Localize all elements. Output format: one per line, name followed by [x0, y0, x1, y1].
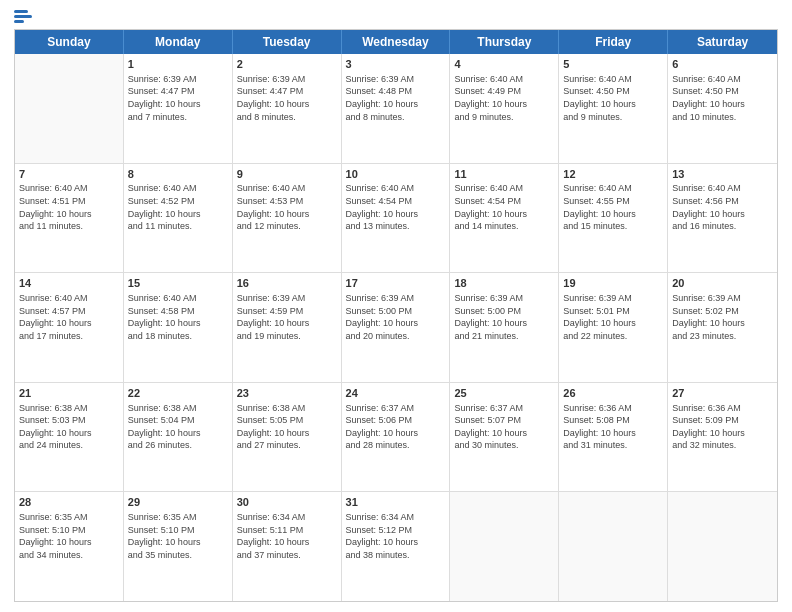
logo-text-block: [14, 10, 32, 23]
day-info: Sunrise: 6:39 AMSunset: 4:47 PMDaylight:…: [128, 73, 228, 123]
day-info: Sunrise: 6:34 AMSunset: 5:11 PMDaylight:…: [237, 511, 337, 561]
calendar-empty-cell: [559, 492, 668, 601]
day-number: 9: [237, 167, 337, 182]
calendar-day-2: 2Sunrise: 6:39 AMSunset: 4:47 PMDaylight…: [233, 54, 342, 163]
day-info: Sunrise: 6:40 AMSunset: 4:57 PMDaylight:…: [19, 292, 119, 342]
calendar-day-19: 19Sunrise: 6:39 AMSunset: 5:01 PMDayligh…: [559, 273, 668, 382]
calendar-day-12: 12Sunrise: 6:40 AMSunset: 4:55 PMDayligh…: [559, 164, 668, 273]
header-day-tuesday: Tuesday: [233, 30, 342, 54]
day-info: Sunrise: 6:34 AMSunset: 5:12 PMDaylight:…: [346, 511, 446, 561]
day-number: 1: [128, 57, 228, 72]
calendar-day-26: 26Sunrise: 6:36 AMSunset: 5:08 PMDayligh…: [559, 383, 668, 492]
day-info: Sunrise: 6:40 AMSunset: 4:58 PMDaylight:…: [128, 292, 228, 342]
calendar-day-1: 1Sunrise: 6:39 AMSunset: 4:47 PMDaylight…: [124, 54, 233, 163]
day-number: 8: [128, 167, 228, 182]
calendar-day-28: 28Sunrise: 6:35 AMSunset: 5:10 PMDayligh…: [15, 492, 124, 601]
day-number: 31: [346, 495, 446, 510]
calendar-body: 1Sunrise: 6:39 AMSunset: 4:47 PMDaylight…: [15, 54, 777, 601]
day-number: 11: [454, 167, 554, 182]
calendar-header-row: SundayMondayTuesdayWednesdayThursdayFrid…: [15, 30, 777, 54]
logo: [14, 10, 32, 23]
day-info: Sunrise: 6:40 AMSunset: 4:56 PMDaylight:…: [672, 182, 773, 232]
day-info: Sunrise: 6:40 AMSunset: 4:54 PMDaylight:…: [454, 182, 554, 232]
calendar-week-3: 14Sunrise: 6:40 AMSunset: 4:57 PMDayligh…: [15, 273, 777, 383]
day-number: 13: [672, 167, 773, 182]
day-info: Sunrise: 6:40 AMSunset: 4:54 PMDaylight:…: [346, 182, 446, 232]
calendar-week-2: 7Sunrise: 6:40 AMSunset: 4:51 PMDaylight…: [15, 164, 777, 274]
day-number: 2: [237, 57, 337, 72]
calendar-day-17: 17Sunrise: 6:39 AMSunset: 5:00 PMDayligh…: [342, 273, 451, 382]
day-number: 29: [128, 495, 228, 510]
calendar-day-22: 22Sunrise: 6:38 AMSunset: 5:04 PMDayligh…: [124, 383, 233, 492]
day-number: 24: [346, 386, 446, 401]
calendar-week-5: 28Sunrise: 6:35 AMSunset: 5:10 PMDayligh…: [15, 492, 777, 601]
calendar-day-7: 7Sunrise: 6:40 AMSunset: 4:51 PMDaylight…: [15, 164, 124, 273]
day-info: Sunrise: 6:40 AMSunset: 4:49 PMDaylight:…: [454, 73, 554, 123]
day-number: 18: [454, 276, 554, 291]
day-number: 16: [237, 276, 337, 291]
header-day-saturday: Saturday: [668, 30, 777, 54]
calendar-day-3: 3Sunrise: 6:39 AMSunset: 4:48 PMDaylight…: [342, 54, 451, 163]
day-number: 4: [454, 57, 554, 72]
calendar-day-14: 14Sunrise: 6:40 AMSunset: 4:57 PMDayligh…: [15, 273, 124, 382]
day-info: Sunrise: 6:39 AMSunset: 5:01 PMDaylight:…: [563, 292, 663, 342]
day-info: Sunrise: 6:36 AMSunset: 5:09 PMDaylight:…: [672, 402, 773, 452]
day-number: 19: [563, 276, 663, 291]
day-info: Sunrise: 6:37 AMSunset: 5:07 PMDaylight:…: [454, 402, 554, 452]
day-number: 30: [237, 495, 337, 510]
calendar-day-25: 25Sunrise: 6:37 AMSunset: 5:07 PMDayligh…: [450, 383, 559, 492]
day-number: 27: [672, 386, 773, 401]
calendar-day-11: 11Sunrise: 6:40 AMSunset: 4:54 PMDayligh…: [450, 164, 559, 273]
header-day-thursday: Thursday: [450, 30, 559, 54]
calendar-day-18: 18Sunrise: 6:39 AMSunset: 5:00 PMDayligh…: [450, 273, 559, 382]
calendar-day-24: 24Sunrise: 6:37 AMSunset: 5:06 PMDayligh…: [342, 383, 451, 492]
day-number: 15: [128, 276, 228, 291]
calendar-day-21: 21Sunrise: 6:38 AMSunset: 5:03 PMDayligh…: [15, 383, 124, 492]
calendar-day-5: 5Sunrise: 6:40 AMSunset: 4:50 PMDaylight…: [559, 54, 668, 163]
calendar-day-23: 23Sunrise: 6:38 AMSunset: 5:05 PMDayligh…: [233, 383, 342, 492]
day-info: Sunrise: 6:38 AMSunset: 5:04 PMDaylight:…: [128, 402, 228, 452]
calendar-day-15: 15Sunrise: 6:40 AMSunset: 4:58 PMDayligh…: [124, 273, 233, 382]
day-info: Sunrise: 6:35 AMSunset: 5:10 PMDaylight:…: [19, 511, 119, 561]
calendar-day-30: 30Sunrise: 6:34 AMSunset: 5:11 PMDayligh…: [233, 492, 342, 601]
day-info: Sunrise: 6:40 AMSunset: 4:52 PMDaylight:…: [128, 182, 228, 232]
calendar-page: SundayMondayTuesdayWednesdayThursdayFrid…: [0, 0, 792, 612]
calendar-day-29: 29Sunrise: 6:35 AMSunset: 5:10 PMDayligh…: [124, 492, 233, 601]
day-number: 26: [563, 386, 663, 401]
calendar-day-27: 27Sunrise: 6:36 AMSunset: 5:09 PMDayligh…: [668, 383, 777, 492]
day-info: Sunrise: 6:40 AMSunset: 4:51 PMDaylight:…: [19, 182, 119, 232]
day-number: 20: [672, 276, 773, 291]
day-number: 14: [19, 276, 119, 291]
day-info: Sunrise: 6:40 AMSunset: 4:55 PMDaylight:…: [563, 182, 663, 232]
day-number: 28: [19, 495, 119, 510]
day-number: 21: [19, 386, 119, 401]
calendar-day-8: 8Sunrise: 6:40 AMSunset: 4:52 PMDaylight…: [124, 164, 233, 273]
day-info: Sunrise: 6:39 AMSunset: 5:00 PMDaylight:…: [454, 292, 554, 342]
day-info: Sunrise: 6:39 AMSunset: 5:00 PMDaylight:…: [346, 292, 446, 342]
day-info: Sunrise: 6:39 AMSunset: 4:47 PMDaylight:…: [237, 73, 337, 123]
calendar-day-13: 13Sunrise: 6:40 AMSunset: 4:56 PMDayligh…: [668, 164, 777, 273]
day-info: Sunrise: 6:36 AMSunset: 5:08 PMDaylight:…: [563, 402, 663, 452]
header-day-wednesday: Wednesday: [342, 30, 451, 54]
day-info: Sunrise: 6:35 AMSunset: 5:10 PMDaylight:…: [128, 511, 228, 561]
day-number: 6: [672, 57, 773, 72]
day-number: 25: [454, 386, 554, 401]
header: [14, 10, 778, 23]
day-number: 22: [128, 386, 228, 401]
day-info: Sunrise: 6:38 AMSunset: 5:05 PMDaylight:…: [237, 402, 337, 452]
day-number: 12: [563, 167, 663, 182]
calendar-empty-cell: [450, 492, 559, 601]
day-number: 7: [19, 167, 119, 182]
calendar-day-9: 9Sunrise: 6:40 AMSunset: 4:53 PMDaylight…: [233, 164, 342, 273]
day-info: Sunrise: 6:40 AMSunset: 4:53 PMDaylight:…: [237, 182, 337, 232]
header-day-sunday: Sunday: [15, 30, 124, 54]
day-number: 23: [237, 386, 337, 401]
day-number: 10: [346, 167, 446, 182]
day-info: Sunrise: 6:38 AMSunset: 5:03 PMDaylight:…: [19, 402, 119, 452]
calendar-day-4: 4Sunrise: 6:40 AMSunset: 4:49 PMDaylight…: [450, 54, 559, 163]
day-info: Sunrise: 6:39 AMSunset: 4:59 PMDaylight:…: [237, 292, 337, 342]
calendar-day-16: 16Sunrise: 6:39 AMSunset: 4:59 PMDayligh…: [233, 273, 342, 382]
header-day-friday: Friday: [559, 30, 668, 54]
day-info: Sunrise: 6:39 AMSunset: 4:48 PMDaylight:…: [346, 73, 446, 123]
day-info: Sunrise: 6:37 AMSunset: 5:06 PMDaylight:…: [346, 402, 446, 452]
